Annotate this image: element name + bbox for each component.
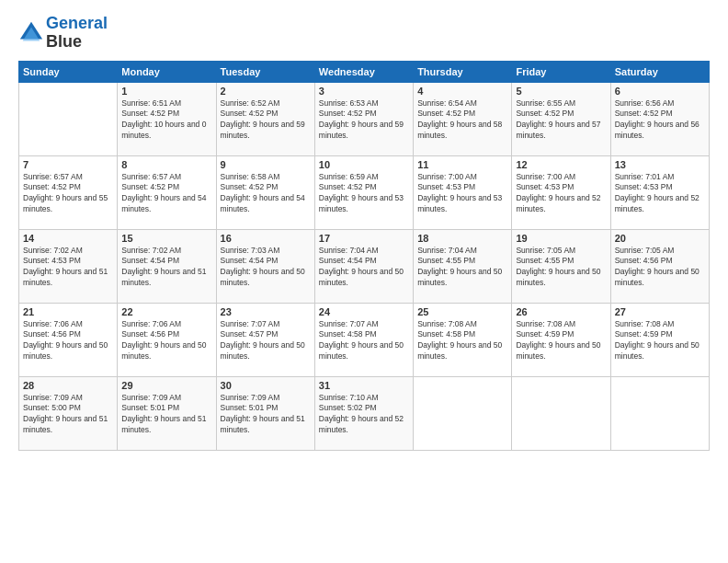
day-number: 9: [221, 159, 311, 170]
cell-info: Sunrise: 7:06 AMSunset: 4:56 PMDaylight:…: [121, 319, 211, 363]
cell-info: Sunrise: 7:05 AMSunset: 4:55 PMDaylight:…: [516, 246, 606, 290]
day-number: 11: [417, 159, 507, 170]
day-number: 27: [615, 306, 705, 317]
cell-info: Sunrise: 7:05 AMSunset: 4:56 PMDaylight:…: [615, 246, 705, 290]
day-number: 20: [615, 233, 705, 244]
header: General Blue: [18, 15, 710, 52]
day-number: 3: [319, 86, 409, 97]
day-number: 8: [121, 159, 211, 170]
day-number: 15: [121, 233, 211, 244]
weekday-header: Tuesday: [216, 61, 314, 82]
logo-icon: [18, 20, 44, 46]
weekday-header: Monday: [118, 61, 216, 82]
day-number: 21: [23, 306, 113, 317]
calendar-cell: [19, 82, 118, 155]
calendar-cell: 23Sunrise: 7:07 AMSunset: 4:57 PMDayligh…: [216, 303, 314, 376]
calendar-cell: 24Sunrise: 7:07 AMSunset: 4:58 PMDayligh…: [314, 303, 413, 376]
calendar-cell: 4Sunrise: 6:54 AMSunset: 4:52 PMDaylight…: [414, 82, 512, 155]
calendar-week-row: 1Sunrise: 6:51 AMSunset: 4:52 PMDaylight…: [19, 82, 710, 155]
day-number: 26: [516, 306, 606, 317]
cell-info: Sunrise: 6:54 AMSunset: 4:52 PMDaylight:…: [417, 98, 507, 143]
calendar-cell: 11Sunrise: 7:00 AMSunset: 4:53 PMDayligh…: [414, 155, 512, 229]
day-number: 19: [516, 233, 606, 244]
calendar-cell: [512, 376, 610, 450]
cell-info: Sunrise: 7:04 AMSunset: 4:54 PMDaylight:…: [319, 246, 409, 290]
cell-info: Sunrise: 6:52 AMSunset: 4:52 PMDaylight:…: [221, 98, 311, 143]
cell-info: Sunrise: 7:08 AMSunset: 4:58 PMDaylight:…: [417, 319, 507, 363]
calendar-cell: 20Sunrise: 7:05 AMSunset: 4:56 PMDayligh…: [610, 229, 709, 303]
calendar-cell: 13Sunrise: 7:01 AMSunset: 4:53 PMDayligh…: [610, 155, 709, 229]
weekday-header: Thursday: [414, 61, 512, 82]
cell-info: Sunrise: 6:58 AMSunset: 4:52 PMDaylight:…: [221, 172, 311, 216]
header-row: SundayMondayTuesdayWednesdayThursdayFrid…: [19, 61, 710, 82]
logo-text: General Blue: [46, 15, 108, 52]
cell-info: Sunrise: 7:07 AMSunset: 4:58 PMDaylight:…: [319, 319, 409, 363]
cell-info: Sunrise: 7:09 AMSunset: 5:00 PMDaylight:…: [23, 393, 113, 437]
logo: General Blue: [18, 15, 108, 52]
cell-info: Sunrise: 6:56 AMSunset: 4:52 PMDaylight:…: [615, 98, 705, 143]
day-number: 5: [516, 86, 606, 97]
day-number: 23: [221, 306, 311, 317]
calendar-cell: 3Sunrise: 6:53 AMSunset: 4:52 PMDaylight…: [314, 82, 413, 155]
day-number: 17: [319, 233, 409, 244]
cell-info: Sunrise: 7:06 AMSunset: 4:56 PMDaylight:…: [23, 319, 113, 363]
weekday-header: Friday: [512, 61, 610, 82]
cell-info: Sunrise: 7:07 AMSunset: 4:57 PMDaylight:…: [221, 319, 311, 363]
calendar-week-row: 7Sunrise: 6:57 AMSunset: 4:52 PMDaylight…: [19, 155, 710, 229]
day-number: 31: [319, 380, 409, 391]
day-number: 16: [221, 233, 311, 244]
cell-info: Sunrise: 7:08 AMSunset: 4:59 PMDaylight:…: [615, 319, 705, 363]
calendar-cell: 27Sunrise: 7:08 AMSunset: 4:59 PMDayligh…: [610, 303, 709, 376]
calendar-cell: 15Sunrise: 7:02 AMSunset: 4:54 PMDayligh…: [118, 229, 216, 303]
calendar-cell: 25Sunrise: 7:08 AMSunset: 4:58 PMDayligh…: [414, 303, 512, 376]
calendar-cell: 2Sunrise: 6:52 AMSunset: 4:52 PMDaylight…: [216, 82, 314, 155]
calendar-cell: 21Sunrise: 7:06 AMSunset: 4:56 PMDayligh…: [19, 303, 118, 376]
calendar-cell: 8Sunrise: 6:57 AMSunset: 4:52 PMDaylight…: [118, 155, 216, 229]
calendar-cell: 16Sunrise: 7:03 AMSunset: 4:54 PMDayligh…: [216, 229, 314, 303]
cell-info: Sunrise: 7:10 AMSunset: 5:02 PMDaylight:…: [319, 393, 409, 437]
calendar-week-row: 21Sunrise: 7:06 AMSunset: 4:56 PMDayligh…: [19, 303, 710, 376]
day-number: 2: [221, 86, 311, 97]
calendar-cell: 31Sunrise: 7:10 AMSunset: 5:02 PMDayligh…: [314, 376, 413, 450]
cell-info: Sunrise: 7:03 AMSunset: 4:54 PMDaylight:…: [221, 246, 311, 290]
calendar-week-row: 14Sunrise: 7:02 AMSunset: 4:53 PMDayligh…: [19, 229, 710, 303]
cell-info: Sunrise: 6:59 AMSunset: 4:52 PMDaylight:…: [319, 172, 409, 216]
calendar-cell: 7Sunrise: 6:57 AMSunset: 4:52 PMDaylight…: [19, 155, 118, 229]
calendar-cell: 1Sunrise: 6:51 AMSunset: 4:52 PMDaylight…: [118, 82, 216, 155]
calendar-cell: 29Sunrise: 7:09 AMSunset: 5:01 PMDayligh…: [118, 376, 216, 450]
calendar-cell: 22Sunrise: 7:06 AMSunset: 4:56 PMDayligh…: [118, 303, 216, 376]
weekday-header: Sunday: [19, 61, 118, 82]
calendar-cell: [610, 376, 709, 450]
day-number: 10: [319, 159, 409, 170]
day-number: 6: [615, 86, 705, 97]
cell-info: Sunrise: 7:02 AMSunset: 4:53 PMDaylight:…: [23, 246, 113, 290]
calendar-cell: 14Sunrise: 7:02 AMSunset: 4:53 PMDayligh…: [19, 229, 118, 303]
day-number: 13: [615, 159, 705, 170]
cell-info: Sunrise: 7:04 AMSunset: 4:55 PMDaylight:…: [417, 246, 507, 290]
cell-info: Sunrise: 6:51 AMSunset: 4:52 PMDaylight:…: [121, 98, 211, 143]
cell-info: Sunrise: 7:00 AMSunset: 4:53 PMDaylight:…: [516, 172, 606, 216]
weekday-header: Wednesday: [314, 61, 413, 82]
day-number: 12: [516, 159, 606, 170]
weekday-header: Saturday: [610, 61, 709, 82]
cell-info: Sunrise: 7:02 AMSunset: 4:54 PMDaylight:…: [121, 246, 211, 290]
cell-info: Sunrise: 6:55 AMSunset: 4:52 PMDaylight:…: [516, 98, 606, 143]
cell-info: Sunrise: 7:00 AMSunset: 4:53 PMDaylight:…: [417, 172, 507, 216]
day-number: 7: [23, 159, 113, 170]
calendar-week-row: 28Sunrise: 7:09 AMSunset: 5:00 PMDayligh…: [19, 376, 710, 450]
calendar-cell: 5Sunrise: 6:55 AMSunset: 4:52 PMDaylight…: [512, 82, 610, 155]
calendar-cell: 12Sunrise: 7:00 AMSunset: 4:53 PMDayligh…: [512, 155, 610, 229]
calendar-cell: 26Sunrise: 7:08 AMSunset: 4:59 PMDayligh…: [512, 303, 610, 376]
day-number: 14: [23, 233, 113, 244]
cell-info: Sunrise: 7:01 AMSunset: 4:53 PMDaylight:…: [615, 172, 705, 216]
page: General Blue SundayMondayTuesdayWednesda…: [0, 0, 728, 563]
day-number: 18: [417, 233, 507, 244]
calendar-table: SundayMondayTuesdayWednesdayThursdayFrid…: [18, 61, 710, 451]
calendar-cell: 17Sunrise: 7:04 AMSunset: 4:54 PMDayligh…: [314, 229, 413, 303]
day-number: 28: [23, 380, 113, 391]
calendar-cell: 18Sunrise: 7:04 AMSunset: 4:55 PMDayligh…: [414, 229, 512, 303]
calendar-cell: 6Sunrise: 6:56 AMSunset: 4:52 PMDaylight…: [610, 82, 709, 155]
cell-info: Sunrise: 6:57 AMSunset: 4:52 PMDaylight:…: [121, 172, 211, 216]
day-number: 24: [319, 306, 409, 317]
calendar-cell: [414, 376, 512, 450]
